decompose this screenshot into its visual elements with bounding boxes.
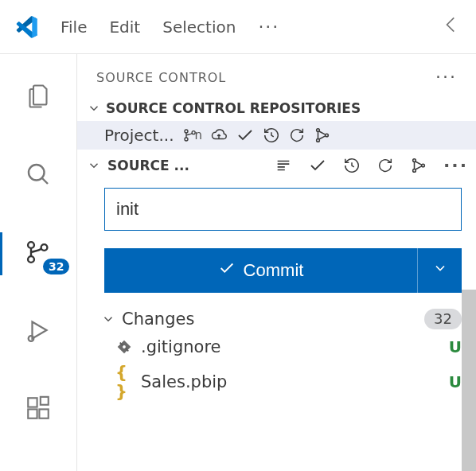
changes-count-badge: 32 — [424, 309, 462, 329]
check-icon — [218, 259, 236, 282]
search-icon — [24, 160, 53, 192]
branch-icon: n — [182, 127, 203, 143]
files-icon — [24, 82, 53, 114]
menu-overflow-icon[interactable]: ··· — [258, 18, 279, 36]
braces-file-icon: { } — [115, 363, 133, 401]
panel-title: SOURCE CONTROL — [96, 70, 226, 85]
activity-run-debug[interactable] — [0, 306, 76, 358]
more-actions-icon[interactable]: ··· — [443, 157, 468, 174]
menu-file[interactable]: File — [60, 18, 87, 37]
svg-point-14 — [326, 134, 329, 137]
extensions-icon — [25, 395, 52, 425]
commit-button-main[interactable]: Commit — [104, 248, 417, 293]
activity-source-control[interactable]: 32 — [0, 228, 76, 280]
history-icon[interactable] — [343, 157, 361, 174]
svg-rect-8 — [41, 397, 49, 405]
branch-short-label: n — [195, 128, 203, 142]
file-status: U — [449, 337, 462, 356]
changes-header[interactable]: Changes 32 — [77, 293, 476, 334]
source-control-section-header[interactable]: SOURCE ... — [77, 150, 476, 181]
activity-extensions[interactable] — [0, 383, 76, 436]
svg-point-17 — [422, 164, 425, 167]
commit-button-label: Commit — [244, 260, 304, 281]
refresh-icon[interactable] — [288, 127, 306, 144]
file-status: U — [449, 372, 462, 391]
panel-header: SOURCE CONTROL ··· — [77, 54, 476, 95]
svg-point-1 — [28, 242, 34, 248]
check-icon[interactable] — [236, 126, 255, 145]
file-name: Sales.pbip — [141, 372, 227, 391]
source-control-label: SOURCE ... — [107, 158, 189, 173]
svg-rect-7 — [39, 409, 48, 418]
chevron-down-icon — [101, 312, 115, 326]
debug-icon — [24, 316, 53, 348]
svg-point-16 — [413, 169, 416, 173]
chevron-down-icon — [87, 101, 101, 115]
chevron-down-icon — [87, 158, 101, 173]
changed-file-row[interactable]: .gitignore U — [77, 334, 476, 360]
svg-rect-5 — [28, 398, 37, 407]
refresh-icon[interactable] — [377, 157, 394, 174]
commit-button[interactable]: Commit — [104, 248, 462, 293]
nav-back-icon[interactable] — [441, 14, 462, 39]
activity-explorer[interactable] — [0, 72, 76, 124]
svg-point-9 — [185, 130, 188, 133]
graph-icon[interactable] — [314, 127, 331, 144]
repositories-label: SOURCE CONTROL REPOSITORIES — [106, 100, 468, 116]
view-list-icon[interactable] — [275, 157, 292, 174]
chevron-down-icon — [432, 260, 448, 281]
titlebar: File Edit Selection ··· — [0, 0, 476, 54]
source-control-panel: SOURCE CONTROL ··· SOURCE CONTROL REPOSI… — [76, 54, 476, 471]
commit-dropdown[interactable] — [417, 248, 462, 293]
history-icon[interactable] — [263, 127, 280, 144]
activity-bar: 32 — [0, 54, 76, 471]
svg-point-19 — [123, 345, 126, 348]
repositories-section-header[interactable]: SOURCE CONTROL REPOSITORIES — [77, 95, 476, 121]
svg-point-10 — [185, 138, 188, 141]
svg-point-3 — [41, 244, 48, 251]
menu-edit[interactable]: Edit — [109, 18, 140, 37]
svg-point-2 — [28, 256, 34, 263]
panel-more-icon[interactable]: ··· — [435, 68, 457, 86]
sync-cloud-icon[interactable] — [210, 127, 228, 144]
file-name: .gitignore — [141, 337, 221, 356]
sc-actions: ··· — [275, 156, 468, 175]
svg-point-0 — [29, 165, 45, 181]
repository-name: Project... — [104, 126, 174, 145]
changes-label: Changes — [122, 309, 194, 329]
svg-point-15 — [413, 159, 416, 162]
commit-message-input[interactable] — [104, 188, 462, 231]
panel-scrollbar[interactable] — [462, 290, 476, 471]
check-icon[interactable] — [308, 156, 327, 175]
commit-area: Commit — [77, 181, 476, 293]
changed-file-row[interactable]: { } Sales.pbip U — [77, 360, 476, 404]
repository-row[interactable]: Project... n — [77, 121, 476, 150]
svg-point-13 — [317, 139, 320, 142]
graph-icon[interactable] — [410, 157, 427, 174]
svg-rect-6 — [28, 409, 37, 418]
git-file-icon — [115, 339, 133, 355]
activity-search[interactable] — [0, 150, 76, 202]
scm-badge: 32 — [41, 257, 71, 276]
menu-selection[interactable]: Selection — [162, 18, 236, 37]
svg-point-4 — [29, 336, 34, 341]
vscode-logo-icon — [14, 15, 38, 39]
svg-point-12 — [317, 129, 320, 132]
